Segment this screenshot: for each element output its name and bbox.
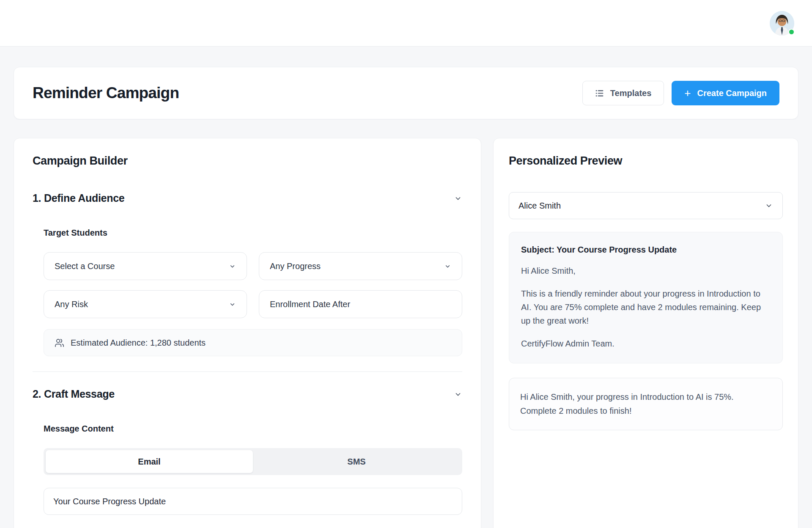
student-select[interactable]: Alice Smith (509, 192, 783, 219)
course-select[interactable]: Select a Course (44, 252, 247, 280)
estimated-audience-text: Estimated Audience: 1,280 students (71, 338, 206, 348)
craft-message-body: Message Content Email SMS (33, 424, 462, 515)
sms-preview-panel: Hi Alice Smith, your progress in Introdu… (509, 378, 783, 430)
risk-select[interactable]: Any Risk (44, 290, 247, 318)
chevron-down-icon (444, 263, 451, 270)
campaign-builder-title: Campaign Builder (33, 154, 462, 168)
online-status-dot (788, 29, 795, 35)
enrollment-date-field-value: Enrollment Date After (270, 300, 350, 309)
plus-icon: + (684, 88, 691, 99)
page-body: Reminder Campaign Templates + Create Cam… (0, 47, 812, 528)
define-audience-section-toggle[interactable]: 1. Define Audience (33, 192, 462, 204)
email-preview-greeting: Hi Alice Smith, (521, 264, 771, 278)
craft-message-heading: 2. Craft Message (33, 388, 115, 400)
sms-preview-text: Hi Alice Smith, your progress in Introdu… (520, 392, 734, 415)
topbar (0, 0, 812, 47)
define-audience-heading: 1. Define Audience (33, 192, 124, 204)
list-icon (595, 89, 604, 98)
message-content-label: Message Content (44, 424, 462, 434)
personalized-preview-card: Personalized Preview Alice Smith Subject… (493, 138, 798, 528)
define-audience-body: Target Students Select a Course Any Prog… (33, 228, 462, 356)
section-divider (33, 371, 462, 372)
subject-input[interactable] (44, 488, 462, 515)
create-campaign-button-label: Create Campaign (697, 88, 767, 98)
campaign-builder-card: Campaign Builder 1. Define Audience Targ… (14, 138, 481, 528)
header-actions: Templates + Create Campaign (582, 81, 779, 105)
tab-sms[interactable]: SMS (253, 450, 460, 473)
target-students-label: Target Students (44, 228, 462, 238)
email-preview-signature: CertifyFlow Admin Team. (521, 337, 771, 350)
personalized-preview-title: Personalized Preview (509, 154, 783, 168)
content-columns: Campaign Builder 1. Define Audience Targ… (14, 138, 798, 528)
enrollment-date-field[interactable]: Enrollment Date After (259, 290, 462, 318)
templates-button[interactable]: Templates (582, 81, 664, 105)
audience-filters-grid: Select a Course Any Progress Any Risk En… (44, 252, 462, 318)
craft-message-section-toggle[interactable]: 2. Craft Message (33, 388, 462, 400)
student-select-value: Alice Smith (518, 201, 561, 211)
risk-select-value: Any Risk (55, 300, 88, 309)
progress-select[interactable]: Any Progress (259, 252, 462, 280)
course-select-value: Select a Course (55, 261, 115, 271)
chevron-down-icon[interactable] (454, 390, 462, 399)
page-title: Reminder Campaign (33, 84, 179, 102)
user-avatar[interactable] (770, 11, 794, 36)
chevron-down-icon (229, 263, 236, 270)
channel-tabs: Email SMS (44, 448, 462, 475)
page-header-card: Reminder Campaign Templates + Create Cam… (14, 67, 798, 119)
chevron-down-icon (765, 201, 773, 210)
templates-button-label: Templates (610, 88, 651, 98)
progress-select-value: Any Progress (270, 261, 321, 271)
chevron-down-icon (229, 301, 236, 308)
users-icon (55, 338, 64, 348)
tab-email[interactable]: Email (46, 450, 253, 473)
chevron-down-icon[interactable] (454, 194, 462, 203)
email-preview-subject: Subject: Your Course Progress Update (521, 245, 771, 255)
email-preview-panel: Subject: Your Course Progress Update Hi … (509, 232, 783, 363)
email-preview-body: This is a friendly reminder about your p… (521, 287, 771, 327)
create-campaign-button[interactable]: + Create Campaign (672, 81, 779, 105)
estimated-audience-banner: Estimated Audience: 1,280 students (44, 329, 462, 356)
